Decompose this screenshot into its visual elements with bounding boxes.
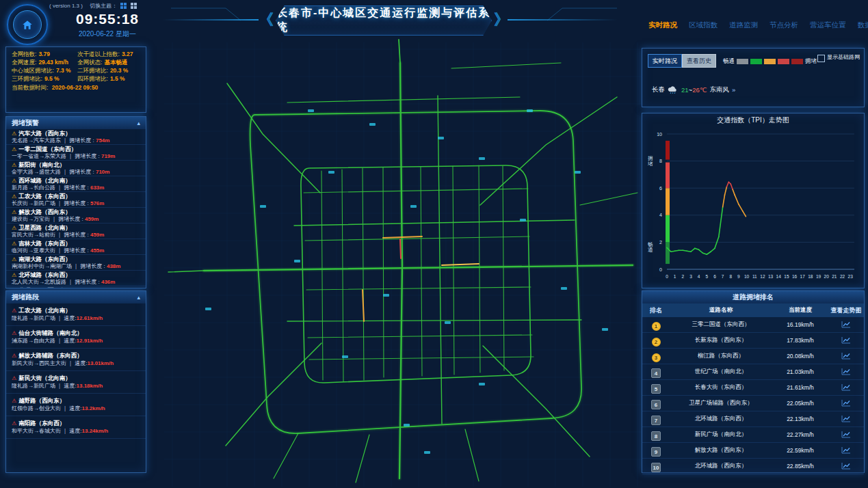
alert-triangle-icon: ⚠: [12, 398, 16, 404]
warning-item[interactable]: ⚠北环城路（东向西） 北人民大街→北凯旋路 ｜ 拥堵长度 : 436m: [6, 271, 146, 286]
road-segment: 长庆街→新民广场: [12, 200, 55, 206]
warning-item[interactable]: ⚠工农大路（东向西） 长庆街→新民广场 ｜ 拥堵长度 : 576m: [6, 192, 146, 208]
road-name: 卫星广场辅路（西向东）: [670, 399, 772, 407]
svg-text:7: 7: [722, 274, 724, 279]
svg-text:畅通: 畅通: [648, 241, 653, 253]
metric-value: 13.2km/h: [82, 405, 105, 411]
metric-label: ｜ 速度:: [61, 428, 82, 434]
trend-chart-icon[interactable]: [841, 336, 851, 344]
svg-text:13: 13: [768, 274, 774, 279]
trend-chart-icon[interactable]: [841, 415, 851, 422]
metric-value: 754m: [96, 137, 109, 144]
collapse-icon[interactable]: ▴: [137, 291, 140, 303]
metric-label: ｜ 拥堵长度 :: [72, 263, 107, 269]
road-segment: 临河街→亚泰大街: [12, 247, 55, 254]
checkbox-icon[interactable]: [817, 55, 825, 62]
title-left-chevron-icon: 《: [259, 10, 274, 30]
road-name: 新民大街（北向南）: [18, 375, 71, 381]
table-row: 7 北环城路（东向西） 22.13km/h: [642, 411, 864, 427]
collapse-icon[interactable]: ▴: [137, 117, 140, 129]
traffic-mode-tab[interactable]: 实时路况: [648, 54, 682, 68]
main-nav: 实时路况 区域指数 道路监测 节点分析 营运车位置 数据查询: [648, 21, 868, 30]
traffic-mode-tab[interactable]: 查看历史: [682, 54, 716, 68]
trend-chart-icon[interactable]: [841, 368, 851, 375]
congested-item[interactable]: ⚠仙台大街辅路（南向北） 浦东路→自由大路 ｜ 速度:12.91km/h: [6, 326, 146, 349]
congested-item[interactable]: ⚠解放大路辅路（东向西） 新民大街→西民主大街 ｜ 速度:13.01km/h: [6, 349, 146, 371]
nav-item[interactable]: 区域指数: [689, 21, 718, 30]
metric-label: ｜ 拥堵长度 :: [66, 279, 101, 285]
stat-label: 四环拥堵比:: [77, 75, 108, 82]
congested-list: ⚠工农大路（北向南） 隆礼路→新民广场 ｜ 速度:12.61km/h ⚠仙台大街…: [6, 303, 146, 472]
warning-item[interactable]: ⚠新阳街（南向北） 金宇大路→盛世大路 ｜ 拥堵长度 : 710m: [6, 161, 146, 176]
metric-value: 633m: [90, 185, 104, 191]
road-name: 南阳路（东向西）: [18, 420, 65, 426]
warning-item[interactable]: ⚠一零二国道（东向西） 一零一省道→东荣大路 ｜ 拥堵长度 : 719m: [6, 145, 146, 161]
road-name: 北环城路（西向东）: [18, 287, 71, 288]
trend-chart-icon[interactable]: [841, 431, 851, 438]
road-segment: 无名路→汽车大路东: [12, 137, 61, 144]
svg-text:6: 6: [659, 186, 662, 191]
metric-label: ｜ 速度:: [55, 383, 77, 389]
rank-badge: 8: [651, 431, 661, 441]
nav-item[interactable]: 数据查询: [858, 21, 868, 30]
data-timestamp: 当前数据时间: 2020-06-22 09:50: [6, 82, 146, 94]
wind-direction: 东南风: [709, 85, 729, 94]
trend-chart-icon[interactable]: [841, 321, 851, 328]
nav-item[interactable]: 实时路况: [648, 21, 677, 30]
road-segment: 新月路→长白公路: [12, 185, 55, 191]
overview-stat: 全网状态:基本畅通: [77, 59, 140, 66]
warning-item[interactable]: ⚠吉林大路（东向西） 临河街→亚泰大街 ｜ 拥堵长度 : 455m: [6, 239, 146, 255]
metric-value: 459m: [85, 216, 98, 222]
congested-item[interactable]: ⚠越野路（西向东） 红领巾路→创业大街 ｜ 速度:13.2km/h: [6, 394, 146, 416]
legend-color-swatch: [778, 59, 789, 64]
trend-chart-icon[interactable]: [841, 352, 851, 360]
theme-option-blue-icon[interactable]: [120, 3, 127, 9]
warning-item[interactable]: ⚠南湖大路（东向西） 南湖新村中街→南湖广场 ｜ 拥堵长度 : 438m: [6, 255, 146, 271]
legend-jam-label: 拥堵: [805, 57, 817, 66]
stat-value: 9.5 %: [44, 75, 60, 82]
trend-chart-icon[interactable]: [841, 462, 851, 470]
svg-text:8: 8: [729, 274, 732, 279]
warning-item[interactable]: ⚠汽车大路（西向东） 无名路→汽车大路东 ｜ 拥堵长度 : 754m: [6, 129, 146, 145]
trend-chart-icon[interactable]: [841, 399, 851, 407]
temp-low: 21: [681, 86, 689, 94]
legend-color-swatch: [791, 59, 803, 64]
svg-text:10: 10: [744, 274, 750, 279]
metric-value: 455m: [90, 247, 104, 254]
nav-item[interactable]: 营运车位置: [810, 21, 846, 30]
home-button[interactable]: [7, 4, 48, 45]
show-base-network-checkbox[interactable]: 显示基础路网: [817, 54, 860, 62]
current-speed: 22.85km/h: [772, 463, 828, 470]
metric-value: 13.18km/h: [77, 383, 103, 389]
nav-item[interactable]: 节点分析: [770, 21, 798, 30]
warning-item[interactable]: ⚠解放大路（西向东） 建设街→万宝街 ｜ 拥堵长度 : 459m: [6, 208, 146, 223]
warning-triangle-icon: ⚠: [12, 225, 16, 231]
alert-triangle-icon: ⚠: [12, 308, 16, 314]
road-segment: 隆礼路→新民广场: [12, 383, 55, 389]
weather-more-arrow[interactable]: »: [732, 86, 735, 94]
svg-text:20: 20: [824, 274, 830, 279]
overview-stat: 四环拥堵比:1.5 %: [77, 75, 140, 82]
warning-item[interactable]: ⚠北环城路（西向东）: [6, 286, 146, 288]
metric-label: ｜ 速度:: [61, 405, 82, 411]
warning-item[interactable]: ⚠西环城路（北向南） 新月路→长白公路 ｜ 拥堵长度 : 633m: [6, 176, 146, 192]
svg-text:2: 2: [682, 274, 685, 279]
svg-text:5: 5: [705, 274, 708, 279]
table-row: 5 长春大街（东向西） 21.61km/h: [642, 380, 864, 396]
warning-item[interactable]: ⚠卫星西路（北向南） 富民大街→站前街 ｜ 拥堵长度 : 459m: [6, 223, 146, 239]
road-name: 北环城路（东向西）: [670, 415, 772, 423]
title-right-line: [508, 19, 617, 21]
stat-value: 3.27: [122, 51, 133, 57]
version-label: ( version 1.3 ): [49, 3, 83, 9]
overview-stat: 二环拥堵比:20.3 %: [77, 67, 140, 74]
congested-item[interactable]: ⚠新民大街（北向南） 隆礼路→新民广场 ｜ 速度:13.18km/h: [6, 371, 146, 394]
stat-value: 20.3 %: [110, 67, 128, 74]
nav-item[interactable]: 道路监测: [729, 21, 758, 30]
stat-value: 基本畅通: [104, 59, 127, 66]
congested-item[interactable]: ⚠工农大路（北向南） 隆礼路→新民广场 ｜ 速度:12.61km/h: [6, 303, 146, 326]
date: 2020-06-22 星期一: [49, 29, 166, 39]
trend-chart-icon[interactable]: [841, 383, 851, 391]
congested-item[interactable]: ⚠南阳路（东向西） 和平大街→春城大街 ｜ 速度:13.24km/h: [6, 416, 146, 439]
trend-chart-icon[interactable]: [841, 446, 851, 454]
theme-option-gray-icon[interactable]: [131, 3, 137, 9]
